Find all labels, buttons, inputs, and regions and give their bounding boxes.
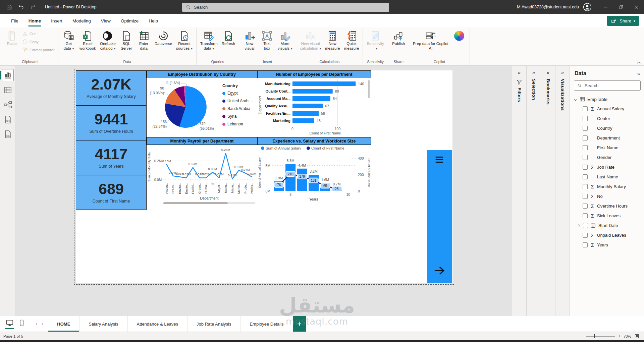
field-checkbox[interactable] <box>583 194 588 199</box>
transform-button[interactable]: Transformdata ▾ <box>199 30 219 52</box>
kpi-card[interactable]: 689Count of First Name <box>76 175 147 210</box>
page-tab-employee-details[interactable]: Employee Details <box>240 316 293 332</box>
dataverse-button[interactable]: Dataverse <box>153 30 174 52</box>
desktop-layout-button[interactable] <box>5 319 14 329</box>
field-start-date[interactable]: Start Date <box>574 221 641 230</box>
field-checkbox[interactable] <box>583 233 588 238</box>
add-page-button[interactable]: + <box>293 316 306 332</box>
field-annual-salary[interactable]: ΣAnnual Salary <box>574 104 641 114</box>
publish-button[interactable]: Publish <box>390 30 407 52</box>
field-checkbox[interactable] <box>583 213 588 218</box>
sidebar-item-model-view[interactable] <box>2 99 14 111</box>
field-checkbox[interactable] <box>583 174 588 179</box>
page-tab-salary-analysis[interactable]: Salary Analysis <box>79 316 127 332</box>
field-checkbox[interactable] <box>583 223 588 228</box>
fit-to-page-icon[interactable] <box>634 334 639 339</box>
menu-home[interactable]: Home <box>23 14 46 27</box>
text-button[interactable]: ATextbox <box>259 30 275 52</box>
enter-button[interactable]: Enterdata <box>136 30 152 52</box>
excel-button[interactable]: XExcelworkbook <box>78 30 98 52</box>
menu-file[interactable]: File <box>6 14 23 27</box>
menu-optimize[interactable]: Optimize <box>116 14 144 27</box>
field-country[interactable]: ΣCountry <box>574 123 641 133</box>
kpi-card[interactable]: 4117Sum of Years <box>76 140 147 175</box>
zoom-slider-thumb[interactable] <box>594 334 595 338</box>
pane-strip-bookmarks[interactable]: «Bookmarks <box>541 66 555 316</box>
more-button[interactable]: Morevisuals ▾ <box>276 30 294 52</box>
fields-search-input[interactable]: Search <box>574 80 641 91</box>
onelake-button[interactable]: OneLakecatalog ▾ <box>98 30 117 52</box>
page-tab-home[interactable]: HOME <box>48 316 79 332</box>
hamburger-menu-icon[interactable] <box>434 155 444 165</box>
expand-pane-icon[interactable]: « <box>561 70 564 75</box>
expand-pane-icon[interactable]: « <box>547 70 549 75</box>
menu-modeling[interactable]: Modeling <box>67 14 96 27</box>
combo-chart-visual[interactable]: Experience vs. Salary and Workforce Size… <box>257 137 371 206</box>
mobile-layout-button[interactable] <box>17 319 26 329</box>
field-checkbox[interactable] <box>583 184 588 189</box>
bar-marketing[interactable] <box>292 118 314 123</box>
format-painter-button[interactable]: Format painter <box>21 46 56 53</box>
field-checkbox[interactable] <box>583 116 588 121</box>
menu-help[interactable]: Help <box>144 14 163 27</box>
minimize-button[interactable] <box>598 0 613 14</box>
prev-tab-arrow[interactable]: ‹ <box>36 321 38 327</box>
legend-item[interactable]: Lebanon <box>222 122 253 126</box>
undo-icon[interactable] <box>17 3 25 11</box>
sidebar-item-report-view[interactable] <box>2 69 14 81</box>
field-department[interactable]: ΣDepartment <box>574 133 641 143</box>
legend-item[interactable]: Egypt <box>222 91 253 96</box>
field-overtime-hours[interactable]: ΣOvertime Hours <box>574 201 641 211</box>
new-button[interactable]: Newmeasure <box>323 30 342 52</box>
copy-button[interactable]: Copy <box>21 38 56 45</box>
field-job-rate[interactable]: ΣJob Rate <box>574 162 641 172</box>
sql-button[interactable]: SQLServer <box>118 30 135 52</box>
field-checkbox[interactable] <box>583 242 588 247</box>
next-page-arrow-icon[interactable] <box>433 264 446 277</box>
new-visual-button[interactable]: fxNew visualcalculation ▾ <box>298 30 323 52</box>
navigation-shape[interactable] <box>427 150 452 283</box>
chevron-down-icon[interactable] <box>574 98 577 101</box>
field-checkbox[interactable] <box>583 165 588 170</box>
close-button[interactable] <box>629 0 644 14</box>
restore-button[interactable] <box>613 0 629 14</box>
collapse-pane-icon[interactable]: » <box>637 71 640 76</box>
bar-account-ma-[interactable] <box>292 96 330 101</box>
bar-quality-cont-[interactable] <box>292 89 333 94</box>
expand-pane-icon[interactable]: « <box>518 70 521 75</box>
legend-item[interactable]: United Arab ... <box>222 99 253 103</box>
field-monthly-salary[interactable]: ΣMonthly Salary <box>574 182 641 191</box>
field-first-name[interactable]: ΣFirst Name <box>574 143 641 153</box>
bar-facilities-en-[interactable] <box>292 111 319 116</box>
global-search-input[interactable]: Search <box>182 3 389 12</box>
zoom-out-button[interactable]: − <box>581 334 583 339</box>
field-checkbox[interactable] <box>583 106 588 111</box>
field-checkbox[interactable] <box>583 126 588 131</box>
field-sick-leaves[interactable]: ΣSick Leaves <box>574 211 641 221</box>
field-last-name[interactable]: ΣLast Name <box>574 172 641 182</box>
combo-bar-year-6[interactable] <box>297 169 307 191</box>
menu-view[interactable]: View <box>96 14 116 27</box>
new-button[interactable]: Newvisual <box>241 30 258 52</box>
field-unpaid-leaves[interactable]: ΣUnpaid Leaves <box>574 230 641 240</box>
chevron-right-icon[interactable] <box>577 224 581 227</box>
kpi-card[interactable]: 9441Sum of Overtime Hours <box>76 105 147 140</box>
bar-manufacturing[interactable] <box>292 81 356 86</box>
line-chart-scrollbar[interactable] <box>163 202 228 204</box>
field-no[interactable]: ΣNo <box>574 191 641 201</box>
legend-item[interactable]: Saudi Arabia <box>222 106 253 111</box>
field-center[interactable]: ΣCenter <box>574 114 641 123</box>
paste-button[interactable]: Paste <box>3 30 20 47</box>
bar-chart-visual[interactable]: Number of Employees per DepartmentManufa… <box>257 70 371 136</box>
legend-item[interactable]: Syria <box>222 114 253 119</box>
report-canvas[interactable]: 2.07KAverage of Monthly Salary9441Sum of… <box>16 66 512 316</box>
sidebar-item-tmdl-view[interactable]: TMDL <box>2 128 14 140</box>
field-checkbox[interactable] <box>583 155 588 160</box>
zoom-in-button[interactable]: + <box>618 334 621 339</box>
zoom-slider[interactable] <box>586 336 615 337</box>
field-gender[interactable]: ΣGender <box>574 153 641 162</box>
bar-quality-assu-[interactable] <box>292 104 323 108</box>
table-node-emptable[interactable]: EmpTable <box>574 95 641 104</box>
recent-button[interactable]: Recentsources ▾ <box>174 30 194 52</box>
line-chart-visual[interactable]: Monthly Payroll per Department0.2M0.0MSu… <box>147 137 257 206</box>
